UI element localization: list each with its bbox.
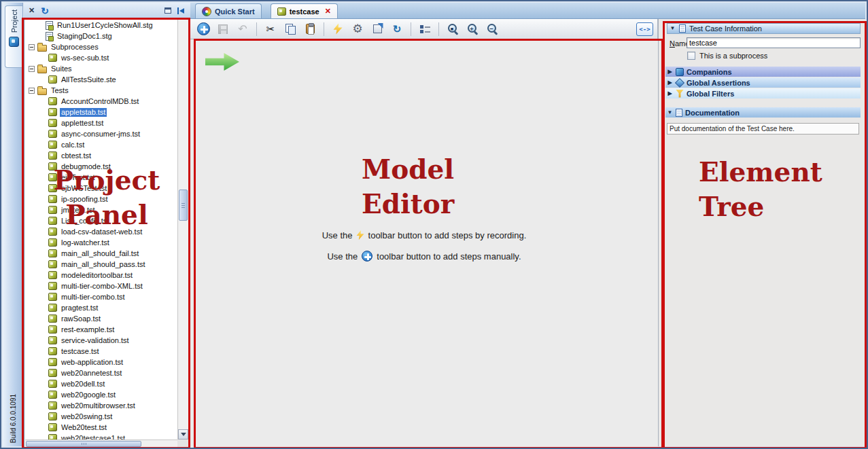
tree-item[interactable]: Tests: [25, 85, 177, 96]
tree-item[interactable]: main_all_should_fail.tst: [25, 248, 177, 259]
vertical-scrollbar[interactable]: [177, 20, 188, 439]
tree-expander-icon[interactable]: [29, 44, 35, 50]
zoom-fit-button[interactable]: ▪: [444, 21, 462, 37]
tree-item[interactable]: web-application.tst: [25, 357, 177, 367]
tree-item[interactable]: async-consumer-jms.tst: [25, 128, 177, 139]
export-button[interactable]: [368, 21, 386, 37]
close-tab-icon[interactable]: ✕: [325, 7, 331, 15]
tree-item[interactable]: ip-spoofing.tst: [25, 194, 177, 204]
tree-item-label: web20google.tst: [60, 391, 117, 399]
tree-item[interactable]: Run1User1CycleShowAll.stg: [25, 20, 177, 31]
tree-item[interactable]: ejbTest.tst: [25, 172, 177, 183]
tree-expander-icon[interactable]: [29, 88, 35, 94]
refresh-layout-button[interactable]: [388, 21, 406, 37]
test-icon: [48, 228, 57, 236]
test-case-information-header[interactable]: ▼ Test Case Information: [667, 23, 861, 34]
tab-testcase[interactable]: testcase✕: [271, 3, 338, 18]
tree-item[interactable]: ejbWSTest.tst: [25, 183, 177, 194]
tree-item[interactable]: cbtest.tst: [25, 150, 177, 161]
zoom-out-button[interactable]: −: [483, 21, 501, 37]
tree-item[interactable]: multi-tier-combo.tst: [25, 291, 177, 302]
tree-item[interactable]: Lisa_config.tst: [25, 215, 177, 226]
tree-item[interactable]: web20annetest.tst: [25, 367, 177, 378]
tree-item-label: ip-spoofing.tst: [60, 195, 109, 204]
name-field[interactable]: [687, 37, 861, 48]
tree-item[interactable]: web20google.tst: [25, 389, 177, 400]
tree-item[interactable]: Web20test.tst: [25, 422, 177, 433]
section-arrow-icon[interactable]: ▶: [667, 91, 673, 96]
tree-item[interactable]: AllTestsSuite.ste: [25, 74, 177, 85]
close-panel-icon[interactable]: ✕: [29, 7, 35, 14]
companions-icon: [676, 68, 684, 76]
tree-item[interactable]: web20multibrowser.tst: [25, 400, 177, 411]
tree-item[interactable]: multi-tier-combo-XML.tst: [25, 281, 177, 291]
model-editor-canvas[interactable]: Use thetoolbar button to add steps by re…: [190, 39, 658, 449]
section-documentation[interactable]: ▼Documentation: [665, 107, 861, 118]
section-arrow-icon[interactable]: ▶: [667, 80, 673, 86]
tree-item[interactable]: calc.tst: [25, 139, 177, 150]
refresh-layout-icon: [393, 24, 402, 35]
tree-item[interactable]: pragtest.tst: [25, 302, 177, 313]
tree-item[interactable]: web20dell.tst: [25, 378, 177, 389]
tree-item[interactable]: Subprocesses: [25, 41, 177, 52]
tree-item-label: Subprocesses: [50, 43, 100, 52]
project-tab-icon: [9, 37, 19, 47]
code-view-toggle-button[interactable]: <->: [636, 22, 653, 36]
tree-item[interactable]: appletstab.tst: [25, 107, 177, 118]
copy-icon: [285, 24, 296, 34]
scroll-down-button[interactable]: [178, 429, 188, 439]
toolbar-separator: [438, 22, 439, 36]
sidebar-tab-project[interactable]: Project: [5, 5, 22, 68]
tree-item[interactable]: StagingDoc1.stg: [25, 31, 177, 41]
tree-item[interactable]: modeleditortoolbar.tst: [25, 270, 177, 281]
tree-item[interactable]: Suites: [25, 63, 177, 74]
collapse-arrow-icon[interactable]: ▼: [670, 26, 676, 31]
tab-quick-start[interactable]: Quick Start: [195, 3, 262, 18]
zoom-in-button[interactable]: +: [464, 21, 481, 37]
tree-item[interactable]: main_all_should_pass.tst: [25, 259, 177, 270]
copy-button[interactable]: [281, 21, 299, 37]
tree-item[interactable]: jmstest.tst: [25, 204, 177, 215]
section-global-assertions[interactable]: ▶Global Assertions: [665, 77, 861, 88]
tree-item[interactable]: web20swing.tst: [25, 411, 177, 422]
tree-item[interactable]: applettest.tst: [25, 118, 177, 128]
paste-button[interactable]: [301, 21, 319, 37]
section-arrow-icon[interactable]: ▶: [667, 69, 673, 75]
tree-item-label: rawSoap.tst: [60, 315, 102, 323]
settings-button[interactable]: [349, 21, 366, 37]
section-arrow-icon[interactable]: ▼: [667, 110, 673, 115]
test-icon: [48, 195, 57, 203]
tree-item[interactable]: testcase.tst: [25, 346, 177, 357]
horizontal-scrollbar-thumb[interactable]: [26, 441, 141, 447]
horizontal-scrollbar[interactable]: [25, 439, 177, 448]
record-button[interactable]: [329, 21, 347, 37]
tree-expander-icon[interactable]: [29, 66, 35, 72]
tree-item[interactable]: service-validation.tst: [25, 335, 177, 346]
tree-item[interactable]: web20testcase1.tst: [25, 433, 177, 439]
add-step-button[interactable]: [194, 21, 212, 37]
vertical-scrollbar-thumb[interactable]: [179, 190, 188, 221]
toolbar-separator: [256, 22, 257, 36]
section-global-filters[interactable]: ▶Global Filters: [665, 88, 861, 98]
tree-item-label: rest-example.tst: [60, 325, 116, 334]
subprocess-checkbox[interactable]: [687, 52, 695, 60]
tree-item[interactable]: ws-sec-sub.tst: [25, 52, 177, 63]
tree-item[interactable]: load-csv-dataset-web.tst: [25, 226, 177, 237]
tree-item-label: web20swing.tst: [60, 412, 114, 421]
float-panel-icon[interactable]: [164, 7, 171, 14]
layout-options-button[interactable]: [416, 21, 434, 37]
tree-item[interactable]: log-watcher.tst: [25, 237, 177, 248]
tree-item-label: Lisa_config.tst: [60, 217, 110, 226]
refresh-icon[interactable]: ↻: [41, 6, 49, 16]
cut-button[interactable]: [262, 21, 279, 37]
section-companions[interactable]: ▶Companions: [665, 67, 861, 77]
tree-item[interactable]: AccountControlMDB.tst: [25, 96, 177, 107]
tree-item[interactable]: rawSoap.tst: [25, 313, 177, 324]
tree-item[interactable]: rest-example.tst: [25, 324, 177, 335]
tree-item[interactable]: debugmode.tst: [25, 161, 177, 172]
dock-panel-icon[interactable]: [177, 7, 186, 14]
arrow-down-icon: [181, 433, 186, 436]
test-icon: [48, 97, 57, 105]
documentation-field[interactable]: [667, 123, 859, 134]
tree-item-label: appletstab.tst: [60, 108, 107, 117]
